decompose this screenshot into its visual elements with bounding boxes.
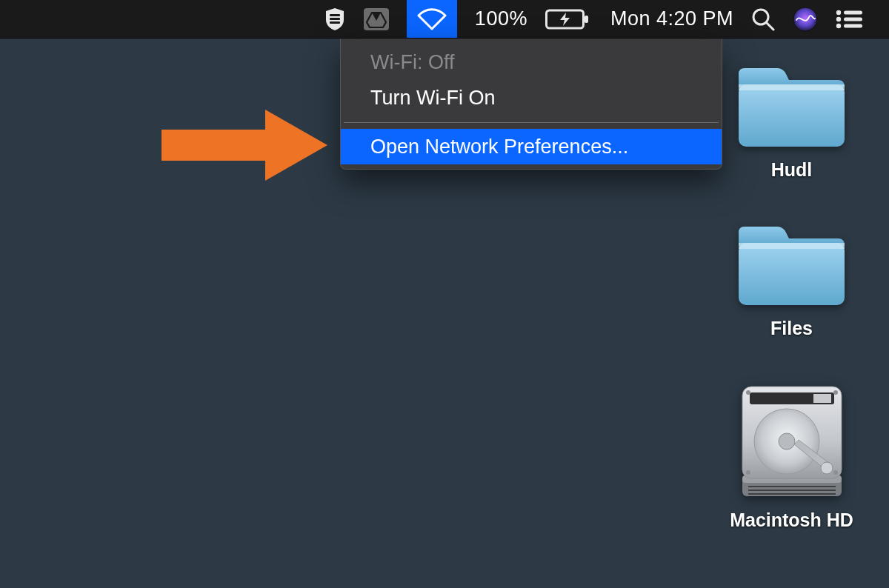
folder-icon bbox=[734, 65, 849, 150]
svg-rect-2 bbox=[330, 21, 340, 24]
folder-icon bbox=[734, 224, 849, 309]
svg-rect-24 bbox=[748, 493, 836, 495]
wifi-toggle-item[interactable]: Turn Wi-Fi On bbox=[341, 80, 722, 116]
wifi-dropdown-menu: Wi-Fi: Off Turn Wi-Fi On Open Network Pr… bbox=[340, 39, 722, 170]
shield-icon[interactable] bbox=[324, 0, 346, 38]
svg-rect-19 bbox=[739, 243, 845, 249]
desktop-item-label: Macintosh HD bbox=[730, 510, 853, 531]
svg-rect-0 bbox=[330, 14, 340, 16]
svg-rect-10 bbox=[844, 10, 862, 14]
desktop-folder-files[interactable]: Files bbox=[734, 224, 849, 339]
svg-point-34 bbox=[833, 470, 838, 475]
siri-icon[interactable] bbox=[793, 0, 818, 38]
svg-line-7 bbox=[767, 23, 773, 30]
svg-point-31 bbox=[746, 390, 750, 395]
open-network-preferences-item[interactable]: Open Network Preferences... bbox=[341, 129, 722, 164]
notification-center-icon[interactable] bbox=[836, 0, 862, 38]
svg-point-29 bbox=[779, 433, 795, 450]
svg-rect-23 bbox=[748, 490, 836, 491]
desktop-item-label: Files bbox=[770, 318, 813, 339]
menubar: 100% Mon 4:20 PM bbox=[0, 0, 889, 39]
menu-separator bbox=[344, 122, 719, 123]
svg-rect-5 bbox=[585, 16, 588, 23]
svg-point-30 bbox=[821, 462, 833, 474]
desktop-folder-hudl[interactable]: Hudl bbox=[734, 65, 849, 181]
desktop-drive-macintosh-hd[interactable]: Macintosh HD bbox=[730, 382, 853, 531]
desktop-item-label: Hudl bbox=[771, 159, 813, 181]
svg-rect-18 bbox=[739, 243, 845, 305]
svg-rect-14 bbox=[844, 24, 862, 27]
svg-rect-12 bbox=[844, 17, 862, 21]
svg-point-11 bbox=[836, 16, 841, 21]
svg-rect-17 bbox=[739, 84, 845, 90]
menubar-clock[interactable]: Mon 4:20 PM bbox=[610, 7, 733, 30]
svg-point-33 bbox=[746, 470, 750, 475]
svg-marker-15 bbox=[162, 110, 327, 181]
hard-drive-icon bbox=[736, 382, 848, 501]
battery-charging-icon[interactable] bbox=[545, 0, 590, 38]
svg-rect-22 bbox=[748, 486, 836, 487]
spotlight-search-icon[interactable] bbox=[751, 0, 775, 38]
svg-point-32 bbox=[833, 390, 838, 395]
svg-point-9 bbox=[836, 10, 841, 14]
svg-point-13 bbox=[836, 23, 841, 27]
wifi-menu-icon[interactable] bbox=[407, 0, 457, 38]
svg-rect-1 bbox=[330, 18, 340, 20]
desktop-icons-area: Hudl Files bbox=[727, 65, 856, 531]
battery-percent-text[interactable]: 100% bbox=[475, 7, 527, 30]
google-drive-icon[interactable] bbox=[364, 0, 389, 38]
annotation-arrow-icon bbox=[162, 110, 327, 181]
svg-rect-16 bbox=[739, 84, 845, 147]
wifi-status-label: Wi-Fi: Off bbox=[341, 44, 722, 80]
svg-rect-27 bbox=[813, 394, 831, 403]
